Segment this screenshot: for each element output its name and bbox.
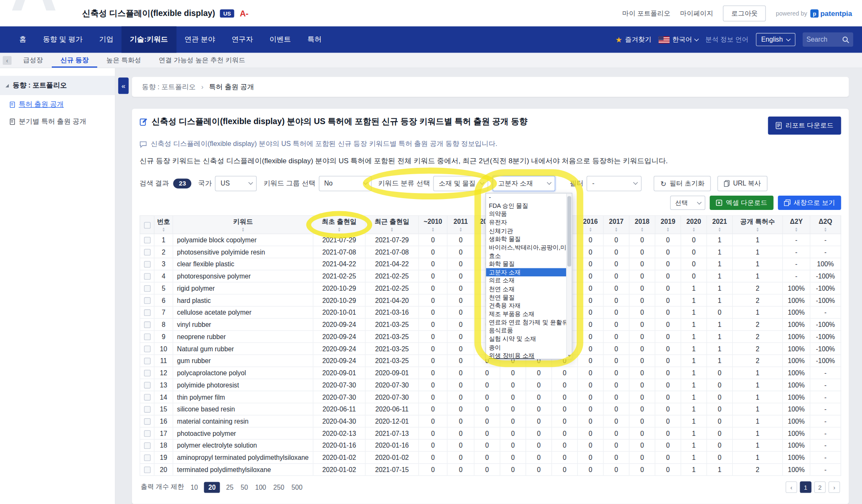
dropdown-option-3[interactable]: 의약품: [486, 210, 567, 218]
row-checkbox[interactable]: [144, 322, 151, 329]
row-checkbox[interactable]: [144, 455, 151, 462]
page-size-option-250[interactable]: 250: [272, 482, 285, 493]
pager-page-1[interactable]: 1: [800, 481, 811, 493]
column-header-3[interactable]: 최초 출현일▲▼: [313, 216, 365, 234]
row-checkbox[interactable]: [144, 346, 151, 353]
sidebar-item-1[interactable]: 특허 출원 공개: [0, 96, 115, 113]
pager-page-2[interactable]: 2: [814, 481, 825, 493]
sidebar-collapse-button[interactable]: «: [118, 77, 129, 94]
row-select-action[interactable]: 선택: [670, 196, 706, 210]
subnav-tab-3[interactable]: 높은 특화성: [98, 53, 150, 67]
row-checkbox[interactable]: [144, 467, 151, 473]
dropdown-option-6[interactable]: 생화학 물질: [486, 235, 567, 244]
cell-keyword[interactable]: clear flexible plastic: [173, 258, 313, 270]
dropdown-option-4[interactable]: 유전자: [486, 218, 567, 227]
cell-keyword[interactable]: hard plastic: [173, 294, 313, 306]
scrollbar-thumb[interactable]: [567, 196, 571, 266]
row-checkbox[interactable]: [144, 382, 151, 389]
subnav-tab-2[interactable]: 신규 등장: [52, 53, 98, 67]
cell-keyword[interactable]: polymer electrolyte solution: [173, 439, 313, 451]
my-page-link[interactable]: 마이페이지: [680, 8, 713, 18]
column-header-19[interactable]: Δ2Q▲▼: [810, 216, 841, 234]
column-header-12[interactable]: 2017▲▼: [603, 216, 629, 234]
dropdown-option-1[interactable]: -: [486, 194, 567, 202]
analysis-language-select[interactable]: English: [756, 33, 795, 46]
nav-item-3[interactable]: 기업: [91, 27, 122, 53]
dropdown-option-9[interactable]: 화학 물질: [486, 260, 567, 268]
dropdown-option-8[interactable]: 효소: [486, 252, 567, 260]
cell-keyword[interactable]: rigid polymer: [173, 282, 313, 294]
sidebar-header[interactable]: 동향 : 포트폴리오: [0, 76, 115, 95]
cell-keyword[interactable]: photoresponsive polymer: [173, 270, 313, 282]
report-download-button[interactable]: 리포트 다운로드: [768, 117, 841, 135]
column-header-1[interactable]: 번호▲▼: [154, 216, 173, 234]
open-new-window-button[interactable]: 새창으로 보기: [778, 196, 841, 210]
row-checkbox[interactable]: [144, 370, 151, 377]
row-checkbox[interactable]: [144, 443, 151, 449]
row-checkbox[interactable]: [144, 418, 151, 425]
search-box[interactable]: [803, 32, 853, 47]
dropdown-scrollbar[interactable]: [567, 194, 572, 359]
dropdown-option-2[interactable]: FDA 승인 물질: [486, 202, 567, 210]
cell-keyword[interactable]: photosensitive polyimide resin: [173, 246, 313, 258]
page-size-option-10[interactable]: 10: [189, 482, 199, 493]
country-select[interactable]: US: [215, 176, 257, 191]
column-header-2[interactable]: 키워드▲▼: [173, 216, 313, 234]
keyword-category-select[interactable]: 소재 및 물질: [433, 176, 488, 191]
copy-url-button[interactable]: URL 복사: [718, 176, 768, 191]
cell-keyword[interactable]: neoprene rubber: [173, 331, 313, 343]
dropdown-option-10[interactable]: 고분자 소재: [486, 268, 567, 277]
dropdown-option-14[interactable]: 건축용 자재: [486, 302, 567, 310]
page-size-option-20[interactable]: 20: [204, 482, 220, 493]
dropdown-option-18[interactable]: 실험 시약 및 소재: [486, 335, 567, 343]
nav-item-5[interactable]: 연관 분야: [176, 27, 223, 53]
cell-keyword[interactable]: photoactive polymer: [173, 427, 313, 440]
cell-keyword[interactable]: polyimide photoresist: [173, 379, 313, 391]
row-checkbox[interactable]: [144, 406, 151, 413]
scroll-down-icon[interactable]: [568, 355, 571, 357]
column-header-18[interactable]: Δ2Y▲▼: [782, 216, 810, 234]
column-header-17[interactable]: 공개 특허수▲▼: [732, 216, 782, 234]
cell-keyword[interactable]: vinyl rubber: [173, 318, 313, 331]
column-header-6[interactable]: 2011▲▼: [447, 216, 474, 234]
nav-item-1[interactable]: 홈: [11, 27, 35, 53]
row-checkbox[interactable]: [144, 430, 151, 437]
row-checkbox[interactable]: [144, 297, 151, 304]
row-checkbox[interactable]: [144, 358, 151, 365]
column-header-5[interactable]: ~2010▲▼: [419, 216, 447, 234]
my-portfolio-link[interactable]: 마이 포트폴리오: [623, 8, 670, 18]
cell-keyword[interactable]: aminopropyl terminated polydimethylsilox…: [173, 451, 313, 464]
dropdown-option-5[interactable]: 신체기관: [486, 227, 567, 235]
cell-keyword[interactable]: Natural gum rubber: [173, 342, 313, 355]
cell-keyword[interactable]: polyamide block copolymer: [173, 234, 313, 246]
dropdown-option-20[interactable]: 위생 장비용 소재: [486, 351, 567, 358]
nav-item-7[interactable]: 이벤트: [261, 27, 299, 53]
dropdown-option-12[interactable]: 천연 소재: [486, 285, 567, 293]
dropdown-option-7[interactable]: 바이러스,박테리아,곰팡이,미생물: [486, 243, 567, 252]
subnav-collapse-icon[interactable]: ‹: [3, 56, 12, 65]
patentpia-logo[interactable]: p patentpia: [810, 9, 852, 18]
page-size-option-500[interactable]: 500: [290, 482, 303, 493]
row-checkbox[interactable]: [144, 285, 151, 292]
dropdown-option-13[interactable]: 천연 물질: [486, 293, 567, 302]
nav-item-4[interactable]: 기술:키워드: [122, 27, 176, 53]
cell-keyword[interactable]: gum rubber: [173, 355, 313, 367]
cell-keyword[interactable]: material containing resin: [173, 415, 313, 427]
column-header-13[interactable]: 2018▲▼: [629, 216, 655, 234]
filter-select[interactable]: -: [587, 176, 642, 191]
row-checkbox[interactable]: [144, 249, 151, 256]
cell-keyword[interactable]: cellulose acetate polymer: [173, 306, 313, 318]
logout-button[interactable]: 로그아웃: [723, 5, 766, 21]
site-language-select[interactable]: 한국어: [659, 35, 698, 44]
pager-prev[interactable]: ‹: [785, 481, 797, 493]
row-checkbox[interactable]: [144, 237, 151, 244]
search-input[interactable]: [806, 36, 841, 43]
page-size-option-50[interactable]: 50: [239, 482, 249, 493]
breadcrumb-item-2[interactable]: 특허 출원 공개: [209, 82, 254, 91]
row-checkbox[interactable]: [144, 394, 151, 401]
select-all-checkbox[interactable]: [144, 222, 151, 228]
column-header-15[interactable]: 2020▲▼: [681, 216, 707, 234]
column-header-14[interactable]: 2019▲▼: [655, 216, 681, 234]
nav-item-2[interactable]: 동향 및 평가: [35, 27, 91, 53]
dropdown-option-15[interactable]: 제조 부품용 소재: [486, 310, 567, 318]
